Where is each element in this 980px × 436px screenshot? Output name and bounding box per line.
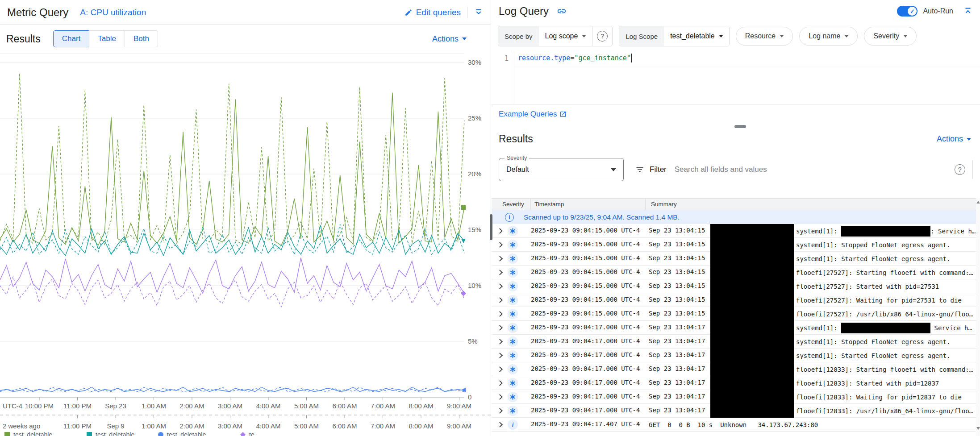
code-field-token: resource.type — [518, 54, 570, 62]
expand-row-icon[interactable] — [497, 422, 503, 428]
log-summary-message: GET 0 0 B 10 s Unknown 34.173.67.243:80 — [649, 418, 818, 432]
resource-filter-pill[interactable]: Resource — [736, 27, 793, 46]
help-icon[interactable]: ? — [955, 164, 965, 175]
example-queries-link[interactable]: Example Queries — [499, 110, 567, 119]
log-query-toolbar: Scope by Log scope ? Log Scope test_dele… — [498, 26, 974, 46]
editor-code-line[interactable]: resource.type="gce_instance" — [514, 51, 980, 65]
chart-series — [0, 387, 464, 392]
legend-marker — [158, 432, 163, 436]
edit-queries-button[interactable]: Edit queries — [405, 8, 461, 17]
results-resize-handle[interactable] — [734, 125, 746, 128]
expand-row-icon[interactable] — [497, 394, 503, 400]
log-actions-button[interactable]: Actions — [937, 134, 971, 144]
filter-row-divider — [972, 160, 973, 179]
log-summary-time: Sep 23 13:04:15 — [649, 268, 705, 275]
collapse-panel-up-icon[interactable] — [963, 6, 973, 16]
log-message-text: : Service h… — [930, 228, 976, 235]
scope-by-dropdown[interactable]: Log scope — [539, 26, 592, 46]
scope-by-chip: Scope by — [498, 26, 539, 46]
x-axis-comparison-tick-label: 6:00 AM — [332, 422, 357, 430]
scope-help-button[interactable]: ? — [592, 26, 612, 46]
tab-table[interactable]: Table — [89, 30, 125, 47]
chevron-down-icon — [967, 138, 971, 141]
expand-row-icon[interactable] — [497, 325, 503, 331]
y-axis-tick-label: 20% — [468, 170, 481, 178]
log-summary-message: systemd[1]: : Service h… — [796, 224, 976, 238]
log-name-filter-pill[interactable]: Log name — [799, 27, 858, 46]
cpu-utilization-chart[interactable]: 30%25%20%15%10%5%0UTC-410:00 PM11:00 PMS… — [0, 53, 491, 436]
chevron-down-icon — [780, 35, 784, 37]
link-icon[interactable] — [557, 6, 567, 16]
header-divider — [467, 7, 467, 18]
severity-default-icon — [508, 226, 518, 236]
severity-select-label: Severity — [505, 155, 529, 161]
log-row[interactable]: i2025-09-23 09:04:17.407 UTC-4GET 0 0 B … — [492, 418, 976, 432]
log-timestamp: 2025-09-23 09:04:15.000 UTC-4 — [531, 254, 640, 262]
log-query-title: Log Query — [499, 5, 549, 17]
expand-row-icon[interactable] — [497, 283, 503, 289]
tab-both[interactable]: Both — [125, 30, 158, 47]
metric-query-chip[interactable]: A: CPU utilization — [80, 8, 146, 17]
y-axis-tick-label: 10% — [468, 282, 481, 289]
filter-icon — [635, 165, 644, 174]
expand-row-icon[interactable] — [497, 408, 503, 414]
log-timestamp: 2025-09-23 09:04:15.000 UTC-4 — [531, 310, 640, 317]
search-input[interactable] — [675, 165, 955, 174]
help-icon: ? — [597, 31, 608, 42]
severity-filter-pill[interactable]: Severity — [864, 27, 917, 46]
x-axis-tick-label: 8:00 AM — [409, 402, 433, 410]
expand-row-icon[interactable] — [497, 339, 503, 345]
expand-row-icon[interactable] — [497, 242, 503, 248]
severity-default-icon — [508, 336, 518, 347]
expand-panel-down-icon[interactable] — [474, 8, 484, 17]
log-scope-chip: Log Scope — [619, 26, 664, 46]
expand-row-icon[interactable] — [497, 366, 503, 372]
log-summary-message: flooefi[27527]: Starting flooefi with co… — [796, 266, 973, 279]
y-axis-tick-label: 15% — [468, 226, 481, 233]
log-rows-container: 2025-09-23 09:04:15.000 UTC-4Sep 23 13:0… — [492, 224, 976, 432]
expand-row-icon[interactable] — [497, 270, 503, 275]
legend-marker — [4, 432, 10, 436]
x-axis-comparison-tick-label: 11:00 PM — [63, 422, 92, 430]
chart-svg: 30%25%20%15%10%5%0UTC-410:00 PM11:00 PMS… — [0, 53, 491, 436]
metric-actions-button[interactable]: Actions — [432, 34, 467, 44]
editor-code-area[interactable]: resource.type="gce_instance" — [514, 51, 980, 104]
tab-chart[interactable]: Chart — [53, 30, 90, 47]
chevron-down-icon — [845, 35, 848, 37]
log-summary-time: Sep 23 13:04:17 — [649, 407, 705, 414]
severity-default-icon — [508, 364, 518, 374]
log-summary-message: systemd[1]: Stopped FlooNet egress agent… — [796, 238, 951, 252]
log-scope-dropdown[interactable]: test_deletable — [664, 26, 729, 46]
log-table-header: Severity Timestamp Summary — [492, 198, 976, 210]
metric-results-title: Results — [6, 33, 41, 45]
legend-label: te… — [249, 431, 261, 436]
log-query-editor[interactable]: 1 resource.type="gce_instance" — [492, 51, 980, 104]
log-timestamp: 2025-09-23 09:04:15.000 UTC-4 — [531, 227, 640, 234]
expand-row-icon[interactable] — [497, 256, 503, 262]
redacted-inline-block — [841, 226, 930, 237]
x-axis-prefix: UTC-4 — [3, 402, 22, 410]
x-axis-tick-label: 9:00 AM — [447, 402, 471, 410]
editor-line-number: 1 — [492, 51, 514, 104]
expand-row-icon[interactable] — [497, 311, 503, 317]
expand-row-icon[interactable] — [497, 353, 503, 358]
log-summary-time: Sep 23 13:04:17 — [649, 393, 705, 400]
x-axis-tick-label: 7:00 AM — [371, 402, 395, 410]
log-summary-time: Sep 23 13:04:17 — [649, 365, 705, 372]
x-axis-comparison-tick-label: 2:00 AM — [179, 422, 204, 430]
severity-select[interactable]: Severity Default — [499, 158, 624, 181]
auto-run-toggle[interactable]: ✓ — [897, 6, 917, 17]
scope-by-group: Scope by Log scope ? — [498, 26, 613, 46]
resource-pill-label: Resource — [745, 32, 776, 40]
expand-row-icon[interactable] — [497, 228, 503, 234]
expand-row-icon[interactable] — [497, 297, 503, 303]
chevron-down-icon — [462, 37, 467, 40]
scroll-up-icon[interactable] — [976, 201, 980, 203]
scroll-down-icon[interactable] — [976, 427, 980, 430]
log-results-header: Results Actions — [499, 133, 971, 145]
expand-row-icon[interactable] — [497, 380, 503, 386]
log-timestamp: 2025-09-23 09:04:17.000 UTC-4 — [531, 393, 640, 400]
panel-divider-handle[interactable] — [490, 214, 492, 240]
table-scrollbar[interactable] — [976, 198, 980, 436]
severity-default-icon — [508, 240, 518, 250]
